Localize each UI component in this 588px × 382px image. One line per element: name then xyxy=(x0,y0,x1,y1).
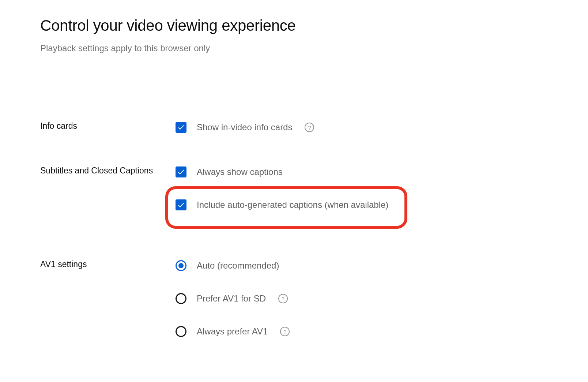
option-label-auto-recommended: Auto (recommended) xyxy=(197,261,279,271)
radio-prefer-av1-sd[interactable] xyxy=(176,293,186,304)
radio-always-prefer-av1[interactable] xyxy=(176,326,186,337)
checkbox-auto-generated-captions[interactable] xyxy=(176,199,186,210)
section-av1: AV1 settings Auto (recommended) Prefer A… xyxy=(40,257,548,340)
option-row-prefer-av1-sd: Prefer AV1 for SD ? xyxy=(176,290,548,307)
help-icon[interactable]: ? xyxy=(280,327,290,336)
option-label-auto-generated-captions: Include auto-generated captions (when av… xyxy=(197,200,388,210)
section-label-av1: AV1 settings xyxy=(40,257,176,271)
option-row-auto-recommended: Auto (recommended) xyxy=(176,257,548,274)
option-row-always-prefer-av1: Always prefer AV1 ? xyxy=(176,323,548,340)
option-label-always-show-captions: Always show captions xyxy=(197,167,283,177)
page-title: Control your video viewing experience xyxy=(40,17,548,34)
section-content-info-cards: Show in-video info cards ? xyxy=(176,119,548,136)
option-row-show-info-cards: Show in-video info cards ? xyxy=(176,119,548,136)
help-icon[interactable]: ? xyxy=(278,294,288,303)
checkbox-always-show-captions[interactable] xyxy=(176,166,186,177)
help-icon[interactable]: ? xyxy=(305,123,314,132)
section-info-cards: Info cards Show in-video info cards ? xyxy=(40,119,548,136)
option-label-prefer-av1-sd: Prefer AV1 for SD xyxy=(197,293,266,304)
radio-auto-recommended[interactable] xyxy=(176,260,186,271)
section-content-subtitles: Always show captions Include auto-genera… xyxy=(176,164,548,229)
checkmark-icon xyxy=(177,123,185,131)
section-label-info-cards: Info cards xyxy=(40,119,176,132)
page-subtitle: Playback settings apply to this browser … xyxy=(40,43,548,53)
option-label-show-info-cards: Show in-video info cards xyxy=(197,122,292,132)
checkmark-icon xyxy=(177,201,185,209)
divider xyxy=(40,88,548,88)
checkmark-icon xyxy=(177,168,185,176)
checkbox-show-info-cards[interactable] xyxy=(176,122,186,133)
option-label-always-prefer-av1: Always prefer AV1 xyxy=(197,326,268,337)
option-row-auto-generated-captions: Include auto-generated captions (when av… xyxy=(176,196,548,213)
section-content-av1: Auto (recommended) Prefer AV1 for SD ? A… xyxy=(176,257,548,340)
option-row-always-show-captions: Always show captions xyxy=(176,164,548,180)
section-label-subtitles: Subtitles and Closed Captions xyxy=(40,164,176,177)
section-subtitles: Subtitles and Closed Captions Always sho… xyxy=(40,164,548,229)
